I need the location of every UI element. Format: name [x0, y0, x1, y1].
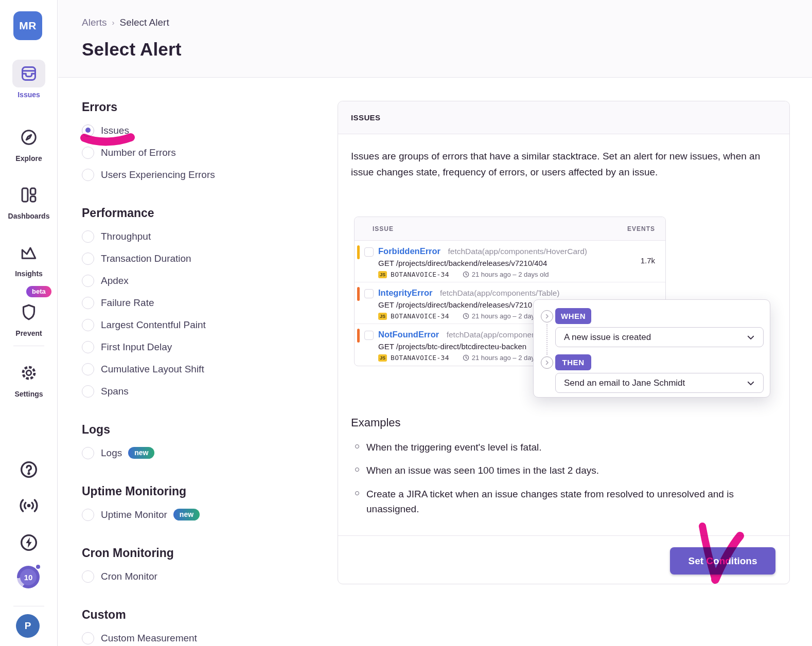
- radio-icon[interactable]: [82, 385, 94, 398]
- radio-option-number-of-errors[interactable]: Number of Errors: [82, 146, 329, 159]
- radio-option-issues[interactable]: Issues: [82, 123, 329, 137]
- chevron-down-icon: [746, 379, 755, 388]
- sidebar-item-settings[interactable]: Settings: [0, 359, 58, 398]
- dashboards-icon: [20, 186, 38, 204]
- issue-culprit: fetchData(app/component: [447, 330, 538, 339]
- radio-option-failure-rate[interactable]: Failure Rate: [82, 296, 329, 310]
- column-issue: ISSUE: [373, 225, 394, 232]
- issue-culprit: fetchData(app/components/HoverCard): [448, 247, 587, 256]
- when-badge: WHEN: [555, 308, 591, 324]
- bullet-icon: [355, 491, 359, 495]
- sidebar-item-insights[interactable]: Insights: [0, 239, 58, 278]
- then-badge: THEN: [555, 354, 591, 370]
- when-select[interactable]: A new issue is created: [555, 327, 764, 347]
- chart-icon: [20, 243, 38, 262]
- row-checkbox[interactable]: [364, 331, 374, 340]
- radio-option-users-experiencing-errors[interactable]: Users Experiencing Errors: [82, 168, 329, 182]
- sidebar-item-explore[interactable]: Explore: [0, 123, 58, 163]
- issue-title-link[interactable]: ForbiddenError: [378, 246, 440, 256]
- row-checkbox[interactable]: [364, 247, 374, 257]
- help-button[interactable]: [17, 458, 40, 481]
- section-custom: Custom Custom Measurement: [82, 608, 329, 645]
- beta-badge: beta: [26, 286, 51, 297]
- page-header: Alerts › Select Alert Select Alert: [58, 0, 812, 78]
- example-item: When the triggering event's level is fat…: [351, 440, 778, 455]
- radio-icon[interactable]: [82, 447, 94, 459]
- radio-icon[interactable]: [82, 509, 94, 521]
- radio-option-first-input-delay[interactable]: First Input Delay: [82, 340, 329, 354]
- breadcrumb-alerts-link[interactable]: Alerts: [82, 17, 107, 28]
- broadcast-button[interactable]: [17, 494, 40, 517]
- examples-section: Examples When the triggering event's lev…: [351, 416, 778, 525]
- clock-icon: [463, 313, 469, 319]
- project-slug: BOTANAVOICE-34: [391, 271, 449, 278]
- set-conditions-button[interactable]: Set Conditions: [670, 547, 775, 575]
- radio-option-uptime-monitor[interactable]: Uptime Monitor new: [82, 508, 329, 522]
- page-title: Select Alert: [82, 39, 182, 60]
- sidebar-divider: [13, 346, 44, 346]
- whats-new-button[interactable]: [17, 531, 40, 554]
- platform-js-icon: JS: [378, 271, 387, 278]
- radio-option-transaction-duration[interactable]: Transaction Duration: [82, 252, 329, 265]
- radio-icon[interactable]: [82, 341, 94, 353]
- new-badge: new: [173, 509, 200, 521]
- sidebar-item-prevent[interactable]: Prevent: [0, 298, 58, 337]
- new-badge: new: [128, 447, 154, 459]
- examples-title: Examples: [351, 416, 778, 429]
- sidebar-item-issues[interactable]: Issues: [0, 60, 58, 99]
- radio-icon[interactable]: [82, 570, 94, 583]
- radio-selected-icon[interactable]: [82, 124, 94, 137]
- sidebar-item-label: Issues: [17, 91, 40, 99]
- radio-icon[interactable]: [82, 632, 94, 644]
- section-title: Logs: [82, 423, 329, 437]
- sidebar-item-dashboards[interactable]: Dashboards: [0, 181, 58, 220]
- issue-subtitle: GET /projects/direct/backend/releases/v7…: [378, 300, 532, 309]
- radio-option-largest-contentful-paint[interactable]: Largest Contentful Paint: [82, 318, 329, 332]
- radio-option-logs[interactable]: Logs new: [82, 446, 329, 460]
- table-header-row: ISSUE EVENTS: [355, 217, 665, 241]
- section-title: Cron Monitoring: [82, 546, 329, 560]
- example-item: Create a JIRA ticket when an issue chang…: [351, 487, 778, 517]
- user-avatar[interactable]: P: [16, 614, 40, 638]
- radio-icon[interactable]: [82, 363, 94, 375]
- shield-icon: [20, 303, 38, 321]
- issue-title-link[interactable]: IntegrityError: [378, 288, 432, 297]
- radio-icon[interactable]: [82, 319, 94, 331]
- compass-icon: [20, 128, 38, 147]
- section-title: Custom: [82, 608, 329, 622]
- section-cron-monitoring: Cron Monitoring Cron Monitor: [82, 546, 329, 583]
- radio-option-apdex[interactable]: Apdex: [82, 274, 329, 288]
- section-uptime-monitoring: Uptime Monitoring Uptime Monitor new: [82, 485, 329, 522]
- onboarding-progress-button[interactable]: 10: [17, 566, 40, 588]
- connector-dotted-line: [546, 324, 548, 355]
- radio-icon[interactable]: [82, 253, 94, 265]
- radio-icon[interactable]: [82, 297, 94, 309]
- sidebar-item-label: Dashboards: [8, 212, 50, 220]
- radio-option-cumulative-layout-shift[interactable]: Cumulative Layout Shift: [82, 362, 329, 376]
- radio-icon[interactable]: [82, 230, 94, 243]
- section-title: Uptime Monitoring: [82, 485, 329, 498]
- org-logo[interactable]: MR: [13, 11, 42, 40]
- sidebar: MR Issues Explore Dashboards: [0, 0, 58, 646]
- table-row: ForbiddenError fetchData(app/components/…: [355, 241, 665, 282]
- section-performance: Performance Throughput Transaction Durat…: [82, 206, 329, 398]
- radio-icon[interactable]: [82, 147, 94, 159]
- then-select[interactable]: Send an email to Jane Schmidt: [555, 373, 764, 393]
- project-slug: BOTANAVOICE-34: [391, 354, 449, 362]
- radio-option-custom-measurement[interactable]: Custom Measurement: [82, 631, 329, 645]
- issue-subtitle: GET /projects/btc-direct/btcdirecteu-bac…: [378, 342, 526, 351]
- radio-icon[interactable]: [82, 275, 94, 287]
- issues-icon: [20, 65, 38, 82]
- section-errors: Errors Issues Number of Errors Users Exp…: [82, 100, 329, 182]
- radio-icon[interactable]: [82, 169, 94, 181]
- issue-title-link[interactable]: NotFoundError: [378, 330, 439, 339]
- sidebar-item-label: Prevent: [15, 329, 42, 337]
- bullet-icon: [355, 468, 359, 472]
- lightning-icon: [19, 532, 39, 553]
- sidebar-item-label: Insights: [15, 270, 43, 278]
- panel-description: Issues are groups of errors that have a …: [351, 149, 774, 181]
- radio-option-cron-monitor[interactable]: Cron Monitor: [82, 569, 329, 583]
- radio-option-throughput[interactable]: Throughput: [82, 229, 329, 243]
- radio-option-spans[interactable]: Spans: [82, 384, 329, 398]
- row-checkbox[interactable]: [364, 289, 374, 298]
